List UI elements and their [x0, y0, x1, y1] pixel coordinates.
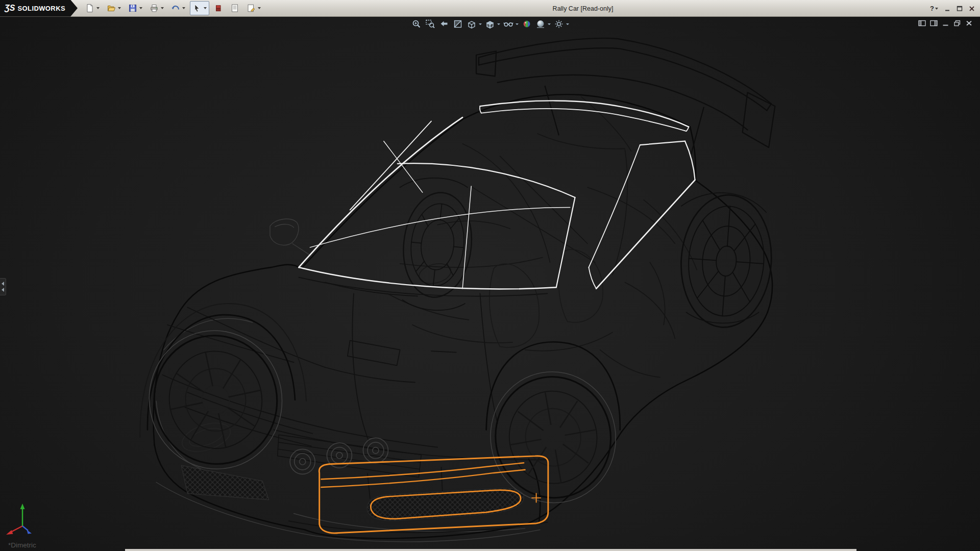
view-orientation-dropdown[interactable]: [478, 18, 482, 30]
select-dropdown[interactable]: [203, 2, 208, 14]
open-button[interactable]: [106, 2, 117, 14]
undo-arrow-icon: [171, 4, 180, 13]
status-strip: [125, 549, 856, 551]
chevron-down-icon: [96, 7, 100, 9]
maximize-icon: [957, 6, 963, 12]
open-dropdown[interactable]: [117, 2, 122, 14]
edit-appearance-button[interactable]: [521, 18, 532, 30]
doc-minimize-icon: [942, 20, 949, 27]
print-dropdown[interactable]: [160, 2, 165, 14]
view-settings-icon: [554, 19, 564, 29]
document-window-controls: [918, 19, 973, 27]
open-button-group: [104, 1, 124, 15]
file-properties-button[interactable]: [229, 2, 240, 14]
chevron-down-icon: [566, 23, 569, 25]
doc-close-icon: [965, 20, 973, 27]
tile-left-button[interactable]: [918, 19, 926, 27]
close-button[interactable]: [966, 4, 977, 13]
reference-triad[interactable]: [3, 499, 39, 538]
tile-left-icon: [918, 20, 926, 27]
new-dropdown[interactable]: [95, 2, 101, 14]
doc-minimize-button[interactable]: [941, 19, 949, 27]
view-settings-button[interactable]: [553, 18, 565, 30]
triad-x-axis: [11, 526, 22, 532]
chevron-down-icon: [479, 23, 482, 25]
save-floppy-icon: [128, 4, 137, 13]
minimize-icon: [944, 6, 950, 12]
chevron-down-icon: [258, 7, 261, 9]
view-orientation-label: *Dimetric: [8, 541, 36, 549]
previous-view-icon: [439, 19, 449, 29]
car-wireframe: [136, 38, 776, 542]
new-button-group: [83, 1, 102, 15]
view-orientation-button[interactable]: [466, 18, 477, 30]
chevron-down-icon: [182, 7, 185, 9]
apply-scene-dropdown[interactable]: [547, 18, 551, 30]
zoom-area-icon: [425, 19, 435, 29]
options-dropdown[interactable]: [257, 2, 262, 14]
apply-scene-group: [535, 18, 551, 30]
options-button[interactable]: [246, 2, 257, 14]
display-style-group: [484, 18, 500, 30]
new-document-icon: [85, 4, 94, 13]
appearance-ball-icon: [522, 19, 532, 29]
open-folder-icon: [107, 4, 116, 13]
brand-name: SOLIDWORKS: [17, 5, 65, 12]
hide-show-items-dropdown[interactable]: [514, 18, 519, 30]
feature-manager-collapse-tab[interactable]: [0, 278, 6, 295]
triad-y-arrow: [20, 504, 25, 509]
select-button[interactable]: [191, 2, 203, 14]
minimize-button[interactable]: [942, 4, 952, 13]
chevron-down-icon: [516, 23, 519, 25]
chevron-down-icon: [497, 23, 500, 25]
titlebar-right-controls: ?: [928, 0, 977, 17]
zoom-to-fit-button[interactable]: [411, 18, 422, 30]
chevron-down-icon: [118, 7, 121, 9]
options-button-group: [244, 1, 263, 15]
new-button[interactable]: [84, 2, 95, 14]
display-style-cube-icon: [485, 19, 495, 29]
triad-z-arrow: [27, 530, 32, 534]
rebuild-icon: [214, 4, 223, 13]
doc-close-button[interactable]: [965, 19, 973, 27]
zoom-area-button[interactable]: [425, 18, 436, 30]
print-button[interactable]: [149, 2, 160, 14]
rebuild-button[interactable]: [213, 2, 224, 14]
maximize-button[interactable]: [954, 4, 965, 13]
chevron-down-icon: [161, 7, 164, 9]
close-icon: [969, 6, 975, 12]
rebuild-button-group: [211, 1, 226, 15]
undo-button[interactable]: [170, 2, 181, 14]
graphics-area[interactable]: [0, 17, 980, 551]
doc-restore-button[interactable]: [953, 19, 961, 27]
section-view-button[interactable]: [452, 18, 463, 30]
hide-show-items-button[interactable]: [503, 18, 514, 30]
file-properties-button-group: [228, 1, 242, 15]
menu-bar-toolbar: [83, 1, 263, 15]
previous-view-button[interactable]: [438, 18, 450, 30]
save-button[interactable]: [127, 2, 138, 14]
select-button-group: [190, 1, 209, 15]
undo-dropdown[interactable]: [181, 2, 186, 14]
display-style-dropdown[interactable]: [496, 18, 500, 30]
help-icon: ?: [930, 5, 934, 12]
view-settings-dropdown[interactable]: [565, 18, 569, 30]
help-button[interactable]: ?: [928, 5, 940, 12]
view-orientation-cube-icon: [467, 19, 477, 29]
doc-restore-icon: [953, 20, 961, 27]
view-orientation-group: [466, 18, 482, 30]
chevron-down-icon: [139, 7, 142, 9]
save-dropdown[interactable]: [138, 2, 143, 14]
collapse-left-icon: [2, 288, 4, 292]
hide-show-items-group: [503, 18, 519, 30]
zoom-to-fit-icon: [411, 19, 422, 29]
triad-z-axis: [22, 526, 28, 531]
display-style-button[interactable]: [484, 18, 496, 30]
graphics-viewport[interactable]: *Dimetric: [0, 17, 980, 551]
tile-right-button[interactable]: [929, 19, 938, 27]
apply-scene-button[interactable]: [535, 18, 546, 30]
select-cursor-icon: [192, 4, 202, 13]
solidworks-logo: ƷS SOLIDWORKS: [0, 0, 78, 17]
view-settings-group: [553, 18, 569, 30]
highlighted-edges: [299, 101, 695, 289]
